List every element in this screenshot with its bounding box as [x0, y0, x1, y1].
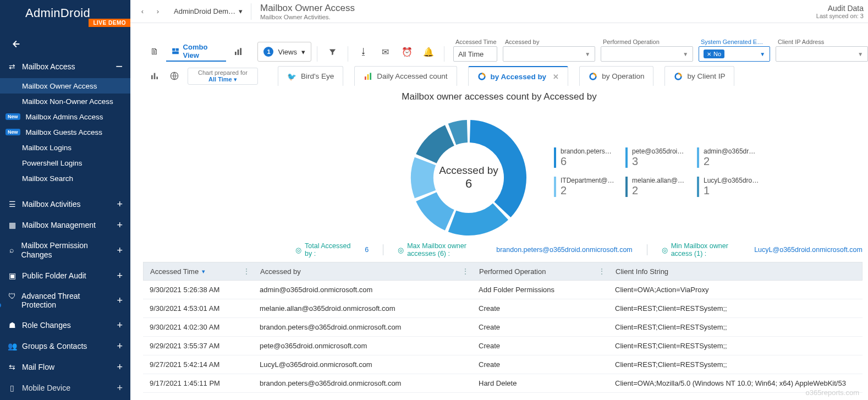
sidebar-item-owner-access[interactable]: Mailbox Owner Access [0, 78, 130, 94]
sidebar-group-permission[interactable]: ⌕Mailbox Permission Changes+ [0, 235, 130, 265]
filter-accessed-by-select[interactable]: ▼ [503, 46, 595, 62]
flow-icon: ⇆ [8, 363, 17, 371]
funnel-icon [328, 48, 337, 56]
breadcrumb-dropdown[interactable]: AdminDroid Dem… ▾ [168, 3, 249, 20]
nav-forward-button[interactable]: › [150, 4, 166, 19]
new-badge: New [6, 113, 20, 120]
legend-count: 1 [704, 184, 710, 196]
tab-birds-eye[interactable]: 🐦Bird's Eye [278, 66, 343, 86]
bar-chart-button[interactable] [145, 66, 164, 86]
filter-sys-gen-select[interactable]: ✕No ▼ [699, 46, 770, 62]
svg-rect-10 [365, 76, 366, 80]
legend-name: LucyL@o365dro… [704, 177, 768, 184]
sidebar-group-mailbox-access[interactable]: ⇄ Mailbox Access − [0, 55, 130, 78]
sidebar-item-non-owner[interactable]: Mailbox Non-Owner Access [0, 94, 130, 109]
tab-by-client-ip[interactable]: by Client IP [664, 66, 734, 86]
legend-name: melanie.allan@… [632, 177, 697, 184]
filter-performed-op-select[interactable]: ▼ [601, 46, 693, 62]
filter-tag[interactable]: ✕No [704, 50, 724, 58]
legend-item[interactable]: brandon.peters…6 [554, 147, 625, 168]
legend-count: 2 [704, 155, 710, 167]
sidebar-group-activities[interactable]: ☰Mailbox Activities+ [0, 194, 130, 215]
filter-button[interactable] [323, 42, 342, 62]
ring-icon [674, 72, 683, 81]
caret-down-icon: ▼ [683, 51, 688, 57]
filter-accessed-time-select[interactable]: All Time [453, 46, 497, 62]
bar-icon [150, 72, 159, 80]
svg-rect-11 [367, 74, 369, 80]
collapse-icon: − [116, 61, 123, 73]
tab-by-operation[interactable]: by Operation [579, 66, 653, 86]
views-dropdown[interactable]: 1 Views ▾ [257, 42, 311, 62]
table-row[interactable]: 9/30/2021 4:53:01 AMmelanie.allan@o365dr… [143, 299, 862, 318]
nav-back-button[interactable]: ‹ [135, 4, 150, 19]
legend-count: 2 [561, 184, 567, 196]
target-icon: ◎ [295, 246, 301, 254]
cell-operation: Add Folder Permissions [472, 286, 608, 294]
back-button[interactable] [8, 36, 23, 52]
sidebar-group-public-folder[interactable]: ▣Public Folder Audit+ [0, 265, 130, 286]
column-menu-icon[interactable]: ⋮ [243, 267, 250, 276]
document-view-button[interactable]: 🗎 [145, 42, 164, 62]
col-client-info[interactable]: Client Info String [609, 267, 862, 276]
tab-by-accessed-by[interactable]: by Accessed by ✕ [468, 66, 569, 86]
audit-title: Audit Data [816, 4, 864, 13]
legend-item[interactable]: melanie.allan@…2 [625, 177, 697, 197]
chart-view-button[interactable] [228, 42, 248, 62]
legend-item[interactable]: LucyL@o365dro…1 [697, 177, 768, 197]
col-accessed-time[interactable]: Accessed Time ▾⋮ [144, 267, 254, 276]
table-row[interactable]: 9/30/2021 5:26:38 AMadmin@o365droid.onmi… [143, 281, 862, 299]
globe-button[interactable] [164, 66, 184, 86]
sidebar-item-guests[interactable]: NewMailbox Guests Access [0, 124, 130, 140]
table-row[interactable]: 9/30/2021 4:02:30 AMbrandon.peters@o365d… [143, 318, 862, 337]
filter-client-ip-select[interactable]: ▼ [776, 46, 868, 62]
table-row[interactable]: 9/17/2021 1:45:11 PMbrandon.peters@o365d… [143, 374, 862, 393]
sidebar-group-role[interactable]: ☗Role Changes+ [0, 315, 130, 336]
sidebar-item-logins[interactable]: Mailbox Logins [0, 140, 130, 155]
cell-accessed-by: brandon.peters@o365droid.onmicrosoft.com [253, 323, 472, 331]
combo-view-button[interactable]: Combo View [166, 42, 226, 62]
sidebar: AdminDroid LIVE DEMO ⇄ Mailbox Access − … [0, 0, 130, 400]
alert-button[interactable]: 🔔 [419, 42, 438, 62]
download-button[interactable]: ⭳ [354, 42, 373, 62]
legend-count: 3 [632, 155, 638, 167]
col-performed-op[interactable]: Performed Operation⋮ [473, 267, 609, 276]
legend-name: pete@o365droi… [632, 147, 697, 155]
sidebar-item-powershell[interactable]: Powershell Logins [0, 155, 130, 171]
cell-time: 9/30/2021 4:53:01 AM [143, 304, 253, 313]
expand-icon: + [117, 362, 123, 372]
sidebar-group-atp[interactable]: 🛡Advanced Threat Protection+ [0, 286, 130, 315]
legend-item[interactable]: admin@o365dr…2 [697, 147, 768, 168]
sidebar-item-admins[interactable]: NewMailbox Admins Access [0, 109, 130, 124]
sidebar-group-mailflow[interactable]: ⇆Mail Flow+ [0, 357, 130, 377]
sidebar-group-management[interactable]: ▦Mailbox Management+ [0, 215, 130, 235]
svg-rect-5 [240, 48, 241, 55]
legend-name: ITDepartment@… [561, 177, 625, 184]
cell-client-info: Client=REST;Client=RESTSystem;; [608, 360, 862, 369]
expand-icon: + [117, 383, 123, 393]
cell-accessed-by: brandon.peters@o365droid.onmicrosoft.com [253, 379, 472, 387]
email-button[interactable]: ✉ [376, 42, 395, 62]
sidebar-group-mobile[interactable]: ▯Mobile Device+ [0, 377, 130, 398]
legend-item[interactable]: ITDepartment@…2 [554, 177, 625, 197]
col-accessed-by[interactable]: Accessed by⋮ [254, 267, 473, 276]
close-icon[interactable]: ✕ [553, 73, 559, 81]
chart-prepared-for[interactable]: Chart prepared for All Time ▾ [188, 68, 258, 85]
cell-accessed-by: pete@o365droid.onmicrosoft.com [253, 342, 472, 350]
table-row[interactable]: 9/29/2021 3:55:37 AMpete@o365droid.onmic… [143, 337, 862, 355]
chart-legend: brandon.peters…6pete@o365droi…3admin@o36… [554, 147, 768, 197]
column-menu-icon[interactable]: ⋮ [598, 267, 606, 276]
table-row[interactable]: 9/27/2021 5:42:14 AMLucyL@o365droid.onmi… [143, 355, 862, 374]
filter-accessed-time: Accessed Time All Time [453, 39, 497, 62]
legend-count: 6 [561, 155, 567, 167]
legend-item[interactable]: pete@o365droi…3 [625, 147, 697, 168]
sidebar-group-groups[interactable]: 👥Groups & Contacts+ [0, 336, 130, 357]
schedule-button[interactable]: ⏰ [397, 42, 416, 62]
tab-daily-count[interactable]: Daily Accessed count [354, 66, 457, 86]
svg-rect-1 [176, 48, 179, 51]
svg-rect-7 [154, 73, 156, 79]
column-menu-icon[interactable]: ⋮ [462, 267, 469, 276]
cell-time: 9/30/2021 5:26:38 AM [143, 286, 253, 294]
caret-down-icon: ▾ [239, 7, 243, 15]
sidebar-item-search[interactable]: Mailbox Search [0, 171, 130, 186]
